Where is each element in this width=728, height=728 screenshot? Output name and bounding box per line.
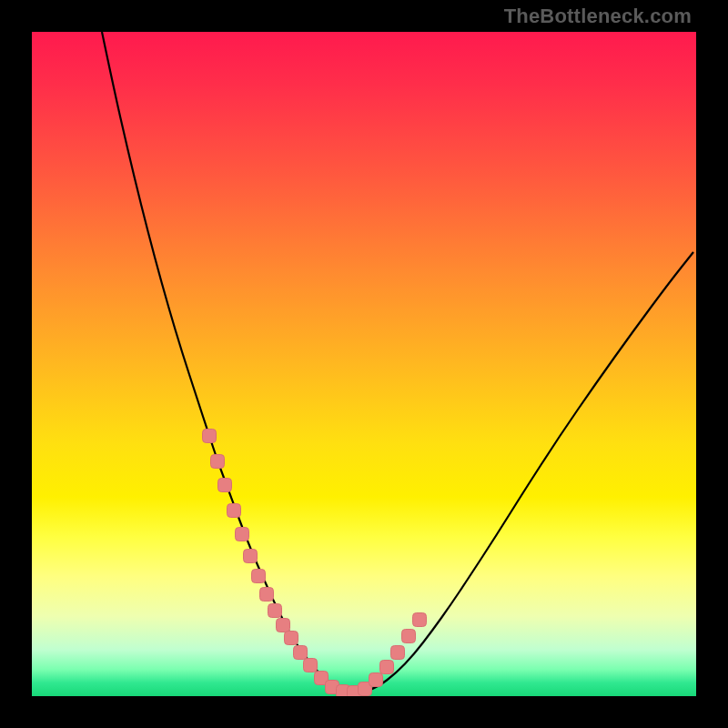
- highlight-marker: [413, 613, 427, 627]
- highlight-marker: [277, 619, 290, 632]
- highlight-marker-group: [203, 430, 427, 697]
- highlight-marker: [260, 588, 274, 602]
- highlight-marker: [211, 455, 225, 469]
- highlight-marker: [369, 673, 383, 687]
- highlight-marker: [294, 646, 308, 660]
- highlight-marker: [252, 570, 266, 583]
- highlight-marker: [285, 632, 298, 645]
- chart-svg: [32, 32, 696, 696]
- highlight-marker: [304, 659, 318, 672]
- highlight-marker: [203, 430, 217, 443]
- watermark-text: TheBottleneck.com: [504, 5, 692, 28]
- highlight-marker: [218, 479, 232, 492]
- highlight-marker: [228, 504, 241, 518]
- highlight-marker: [268, 604, 282, 618]
- highlight-marker: [236, 528, 249, 541]
- highlight-marker: [380, 661, 394, 674]
- highlight-marker: [402, 630, 416, 643]
- highlight-marker: [391, 646, 405, 660]
- highlight-marker: [244, 550, 258, 563]
- bottleneck-curve: [102, 32, 693, 693]
- chart-frame: [32, 32, 696, 696]
